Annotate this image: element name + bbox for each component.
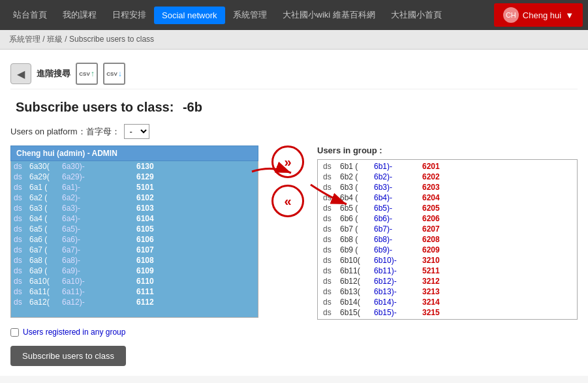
list-item[interactable]: ds6a7 (6a7)-6107 [11,245,258,255]
nav-item-courses[interactable]: 我的課程 [55,5,104,25]
list-item[interactable]: ds6a3 (6a3)-6103 [11,203,258,213]
list-item[interactable]: ds6a12(6a12)-6112 [11,297,258,307]
list-item[interactable]: ds6b14(6b14)-3214 [318,297,577,307]
toolbar: ◀ 進階搜尋 CSV ↑ CSV ↓ [10,59,578,89]
page-title-text: Subscribe users to class: [16,100,174,114]
list-item[interactable]: ds6b8 (6b8)-6208 [318,234,577,245]
nav-item-schedule[interactable]: 日程安排 [104,5,154,25]
left-panel-header: Cheng hui (admin) - ADMIN [10,146,258,161]
nav-item-admin[interactable]: 系統管理 [225,5,275,25]
list-item[interactable]: ds6b5 (6b5)-6205 [318,203,577,213]
filter-label: Users on platform：首字母： [10,126,120,138]
top-navigation: 站台首頁 我的課程 日程安排 Social network 系統管理 大社國小w… [0,0,588,30]
user-name: Cheng hui [523,10,561,20]
avatar: CH [503,7,519,23]
back-button[interactable]: ◀ [10,63,31,84]
list-item[interactable]: ds6a1 (6a1)-5101 [11,182,258,192]
right-panel-header: Users in group : [317,146,578,155]
initial-filter-select[interactable]: - A B [124,124,149,139]
list-item[interactable]: ds6b10(6b10)-3210 [318,255,577,266]
nav-item-social[interactable]: Social network [154,7,225,24]
list-item[interactable]: ds6a29(6a29)-6129 [11,172,258,182]
list-item[interactable]: ds6a10(6a10)-6110 [11,276,258,286]
breadcrumb-sep1: / [42,35,47,44]
right-panel: Users in group : ds6b1 (6b1)-6201ds6b2 (… [317,146,578,320]
list-item[interactable]: ds6b6 (6b6)-6206 [318,213,577,224]
left-user-list[interactable]: ds6a30(6a30)-6130ds6a29(6a29)-6129ds6a1 … [10,161,258,318]
forward-icon: » [284,155,291,170]
breadcrumb-current: Subscribe users to class [69,35,154,44]
any-group-checkbox[interactable] [10,328,19,337]
list-item[interactable]: ds6a8 (6a8)-6108 [11,255,258,266]
list-item[interactable]: ds6b9 (6b9)-6209 [318,245,577,255]
list-item[interactable]: ds6b12(6b12)-3212 [318,276,577,286]
nav-item-school[interactable]: 大社國小首頁 [383,5,450,25]
checkbox-label: Users registered in any group [23,328,125,337]
user-menu[interactable]: CH Cheng hui ▼ [494,3,583,27]
checkbox-row: Users registered in any group [10,328,578,337]
breadcrumb-class[interactable]: 班級 [47,35,63,44]
list-item[interactable]: ds6b3 (6b3)-6203 [318,182,577,192]
chevron-down-icon: ▼ [565,10,574,20]
remove-from-group-button[interactable]: « [271,185,304,217]
list-item[interactable]: ds6a6 (6a6)-6106 [11,234,258,245]
subscribe-button[interactable]: Subscribe users to class [10,346,126,366]
csv-download-icon: CSV ↓ [103,63,125,85]
breadcrumb: 系統管理 / 班級 / Subscribe users to class [0,30,588,50]
right-user-list[interactable]: ds6b1 (6b1)-6201ds6b2 (6b2)-6202ds6b3 (6… [317,159,578,320]
list-item[interactable]: ds6b11(6b11)-5211 [318,266,577,276]
list-item[interactable]: ds6a9 (6a9)-6109 [11,266,258,276]
list-item[interactable]: ds6b15(6b15)-3215 [318,307,577,318]
csv-upload-icon: CSV ↑ [76,63,98,85]
list-item[interactable]: ds6a2 (6a2)-6102 [11,192,258,203]
list-item[interactable]: ds6a5 (6a5)-6105 [11,224,258,234]
list-item[interactable]: ds6b13(6b13)-3213 [318,286,577,297]
page-title: Subscribe users to class: -6b [10,100,578,115]
nav-item-home[interactable]: 站台首頁 [5,5,55,25]
list-item[interactable]: ds6b1 (6b1)-6201 [318,161,577,172]
transfer-buttons: » « [258,146,317,217]
filter-row: Users on platform：首字母： - A B [10,124,578,139]
content-area: ◀ 進階搜尋 CSV ↑ CSV ↓ Subscribe users to cl… [0,50,588,376]
list-item[interactable]: ds6b4 (6b4)-6204 [318,192,577,203]
list-item[interactable]: ds6b7 (6b7)-6207 [318,224,577,234]
list-item[interactable]: ds6b2 (6b2)-6202 [318,172,577,182]
left-panel: Cheng hui (admin) - ADMIN ds6a30(6a30)-6… [10,146,258,318]
csv-upload-button[interactable]: CSV ↑ [76,63,98,85]
list-item[interactable]: ds6a30(6a30)-6130 [11,161,258,172]
nav-item-wiki[interactable]: 大社國小wiki 維基百科網 [275,5,383,25]
class-name: -6b [183,100,202,114]
list-item[interactable]: ds6a11(6a11)-6111 [11,286,258,297]
breadcrumb-admin[interactable]: 系統管理 [9,35,40,44]
add-to-group-button[interactable]: » [271,146,304,178]
list-item[interactable]: ds6a4 (6a4)-6104 [11,213,258,224]
advanced-search-label[interactable]: 進階搜尋 [37,68,70,80]
csv-download-button[interactable]: CSV ↓ [103,63,125,85]
main-layout: Cheng hui (admin) - ADMIN ds6a30(6a30)-6… [10,146,578,320]
backward-icon: « [284,194,291,209]
